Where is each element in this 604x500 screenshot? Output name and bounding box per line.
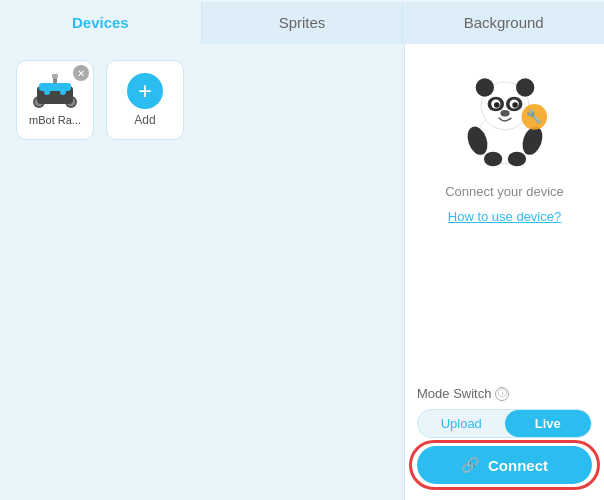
svg-point-7 xyxy=(60,89,66,95)
svg-point-24 xyxy=(507,152,525,167)
tab-sprites[interactable]: Sprites xyxy=(202,2,404,44)
mode-toggle: Upload Live xyxy=(417,409,592,438)
mode-label: Mode Switch ⓘ xyxy=(417,386,509,401)
connect-button-wrapper: 🔗 Connect xyxy=(417,446,592,484)
svg-rect-5 xyxy=(39,83,71,91)
mbot-icon xyxy=(31,74,79,110)
tabs-bar: Devices Sprites Background xyxy=(0,0,604,44)
device-label-mbot: mBot Ra... xyxy=(29,114,81,126)
mode-section: Mode Switch ⓘ Upload Live 🔗 Connect xyxy=(417,386,592,484)
mode-info-icon[interactable]: ⓘ xyxy=(495,387,509,401)
svg-point-20 xyxy=(500,110,509,116)
add-device-button[interactable]: + Add xyxy=(106,60,184,140)
svg-point-18 xyxy=(494,102,500,108)
upload-mode-button[interactable]: Upload xyxy=(418,410,505,437)
add-label: Add xyxy=(134,113,155,127)
svg-point-9 xyxy=(52,74,58,79)
svg-point-19 xyxy=(512,102,517,108)
tab-background[interactable]: Background xyxy=(403,2,604,44)
add-icon: + xyxy=(127,73,163,109)
connect-button[interactable]: 🔗 Connect xyxy=(417,446,592,484)
app-container: Devices Sprites Background ✕ xyxy=(0,0,604,500)
live-mode-button[interactable]: Live xyxy=(505,410,592,437)
remove-device-button[interactable]: ✕ xyxy=(73,65,89,81)
svg-point-6 xyxy=(44,89,50,95)
svg-point-13 xyxy=(516,78,534,96)
link-icon: 🔗 xyxy=(461,456,480,474)
svg-point-23 xyxy=(483,152,501,167)
left-panel: ✕ xyxy=(0,44,404,500)
right-panel: 🔧 Connect your device How to use device?… xyxy=(404,44,604,500)
main-content: ✕ xyxy=(0,44,604,500)
how-to-use-link[interactable]: How to use device? xyxy=(448,209,561,224)
tab-devices[interactable]: Devices xyxy=(0,2,202,44)
connect-device-text: Connect your device xyxy=(445,184,564,199)
device-list: ✕ xyxy=(16,60,388,140)
mascot-area: 🔧 xyxy=(445,60,565,170)
svg-point-12 xyxy=(475,78,493,96)
panda-mascot: 🔧 xyxy=(445,60,565,170)
svg-text:🔧: 🔧 xyxy=(526,109,543,125)
device-item-mbot[interactable]: ✕ xyxy=(16,60,94,140)
